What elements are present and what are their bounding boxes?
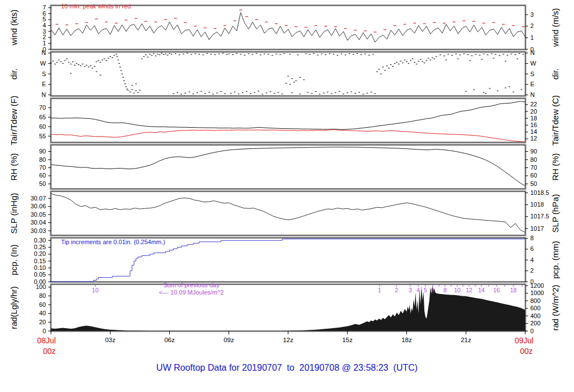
pcp-right-tick: 2 [530, 267, 534, 274]
dir-left-tick: S [42, 71, 46, 77]
slp-right-tick: 1017.5 [530, 213, 549, 220]
rad-left-axis-title: rad(Lgly/hr) [9, 286, 18, 329]
wind-left-tick: 7 [43, 4, 46, 11]
slp-left-tick: 30.07 [30, 195, 46, 202]
temp-right-tick: 14 [530, 128, 537, 135]
wind-right-tick: 1 [530, 34, 534, 41]
rad-right-tick: 800 [530, 297, 540, 304]
rad-right-tick: 1200 [530, 282, 544, 289]
pcp-left-tick: 0.05 [34, 271, 46, 278]
pcp-left-tick: 0.20 [34, 250, 46, 257]
wind-left-tick: 3 [43, 28, 46, 35]
slp-right-tick: 1018 [530, 201, 544, 208]
rh-left-axis-title: RH (%) [9, 153, 18, 180]
rh-right-tick: 70 [530, 164, 537, 171]
mj-marker-label: 2 [395, 287, 398, 293]
rh-right-tick: 90 [530, 148, 537, 155]
rad-left-tick: 80 [39, 292, 46, 299]
mj-marker-label: 4 [416, 287, 420, 293]
wind-right-axis-title: wind (m/s) [550, 8, 560, 47]
dir-right-axis-title: dir. [550, 68, 560, 80]
slp-right-tick: 1018.5 [530, 189, 549, 196]
dir-left-tick: E [42, 81, 46, 87]
pcp-left-tick: 0.15 [34, 258, 46, 264]
dir-right-tick: N [530, 91, 535, 98]
rad-right-tick: 1000 [530, 290, 544, 296]
wind-left-tick: 1 [43, 40, 46, 46]
slp-right-tick: 1017 [530, 225, 544, 232]
pcp-right-tick: 4 [530, 256, 534, 263]
x-tick-label: 09z [224, 337, 234, 343]
wind-left-tick: 6 [43, 10, 46, 17]
wind-left-tick: 4 [43, 22, 46, 29]
wind-right-tick: 2 [530, 22, 534, 29]
panel-dir: NESWNNESWNdir.dir. [9, 49, 560, 98]
x-start-date: 08Jul [37, 336, 55, 345]
panel-wind: 012345670123wind (kts)wind (m/s)10 min. … [9, 3, 560, 52]
pcp-right-tick: 6 [530, 245, 534, 252]
pcp-right-axis-title: pcp. (mm) [550, 241, 560, 279]
dir-right-tick: S [530, 71, 534, 77]
slp-left-tick: 30.05 [30, 211, 46, 218]
uw-rooftop-figure: 012345670123wind (kts)wind (m/s)10 min. … [0, 0, 574, 392]
temp-right-axis-title: Tair/Tdew (C) [550, 95, 560, 146]
rad-right-tick: 0 [530, 328, 534, 334]
mj-marker-label: 6 [431, 287, 434, 293]
rad-left-tick: 0 [43, 328, 46, 334]
slp-right-axis-title: SLP (hPa) [550, 194, 560, 233]
temp-right-tick: 18 [530, 115, 537, 122]
x-end-date: 09Jul [515, 336, 533, 345]
panel-rad: 020406080100020040060080010001200rad(Lgl… [9, 282, 560, 334]
temp-left-tick: 55 [39, 133, 46, 139]
temp-right-tick: 22 [530, 101, 537, 108]
mj-marker-label: 8 [443, 287, 447, 293]
wind-annotation: 10 min. peak winds in red [61, 3, 131, 10]
chart-canvas: 012345670123wind (kts)wind (m/s)10 min. … [0, 0, 574, 363]
pcp-left-tick: 0.10 [34, 264, 46, 271]
dir-left-tick: N [41, 91, 46, 98]
pcp-left-tick: 0.30 [34, 237, 46, 244]
slp-left-tick: 30.03 [30, 227, 46, 234]
chart-title: UW Rooftop Data for 20190707 to 20190708… [0, 363, 574, 373]
x-end-hour: 00z [520, 347, 533, 356]
pcp-left-axis-title: pcp. (In) [9, 244, 18, 275]
rh-right-axis-title: RH (%) [550, 153, 560, 180]
rh-right-tick: 50 [530, 180, 537, 187]
panel-temp: 55606570121416182022Tair/Tdew (F)Tair/Td… [9, 95, 560, 146]
pcp-right-tick: 8 [530, 235, 534, 241]
rad-left-tick: 20 [39, 319, 46, 325]
temp-right-tick: 16 [530, 122, 537, 128]
dir-left-tick: W [40, 60, 47, 67]
mj-marker-label: 16 [493, 287, 500, 293]
temp-left-tick: 70 [39, 104, 46, 111]
pcp-left-tick: 0.25 [34, 244, 46, 250]
slp-left-tick: 30.04 [30, 219, 46, 226]
temp-left-axis-title: Tair/Tdew (F) [9, 96, 18, 145]
pcp-annotation: Tip increments are 0.01in. (0.254mm.) [61, 239, 165, 245]
panel-slp: 30.0330.0430.0530.0630.0710171017.510181… [9, 189, 560, 236]
x-axis: 03z06z09z12z15z18z21z08Jul00z09Jul00z [37, 331, 533, 356]
mj-marker-label: 3 [409, 287, 412, 293]
x-tick-label: 06z [164, 337, 175, 343]
temp-right-tick: 20 [530, 108, 537, 115]
slp-left-axis-title: SLP (inHg) [9, 193, 18, 234]
rh-right-tick: 60 [530, 172, 537, 179]
rad-right-axis-title: rad (W/m^2) [550, 284, 560, 330]
mj-marker-label: 1 [378, 287, 381, 293]
rad-right-tick: 400 [530, 312, 540, 319]
x-tick-label: 03z [105, 337, 115, 343]
rh-left-tick: 50 [39, 180, 46, 187]
dir-right-tick: N [530, 49, 535, 56]
wind-left-tick: 2 [43, 34, 46, 40]
temp-left-tick: 60 [39, 123, 46, 130]
dir-right-tick: W [530, 60, 536, 67]
wind-left-axis-title: wind (kts) [9, 10, 18, 46]
panel-rh: 50607080905060708090RH (%)RH (%) [9, 144, 560, 190]
dir-left-axis-title: dir. [9, 68, 18, 80]
slp-left-tick: 30.06 [30, 203, 46, 209]
dir-left-tick: N [41, 49, 46, 56]
rad-right-tick: 200 [530, 320, 540, 326]
temp-right-tick: 12 [530, 135, 537, 142]
rh-left-tick: 80 [39, 156, 46, 163]
panel-pcp: 0.000.050.100.150.200.250.3002468pcp. (I… [9, 235, 560, 284]
